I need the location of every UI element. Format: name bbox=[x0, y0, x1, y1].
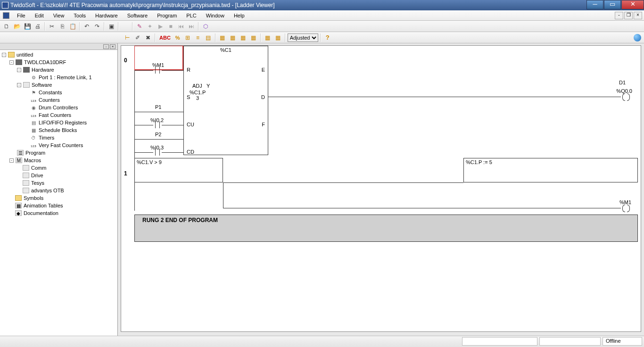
menu-software[interactable]: Software bbox=[123, 12, 152, 19]
macros-icon: M bbox=[16, 157, 22, 163]
tb-e-button[interactable]: ▦ bbox=[263, 33, 272, 42]
toggle-anim-button[interactable]: ✦ bbox=[145, 22, 155, 31]
mdi-minimize-button[interactable]: - bbox=[615, 12, 623, 19]
minimize-button[interactable]: ─ bbox=[586, 0, 603, 9]
assign-expr: %C1.P := 5 bbox=[466, 159, 492, 165]
menu-edit[interactable]: Edit bbox=[30, 12, 49, 19]
expand-icon[interactable]: - bbox=[17, 68, 21, 72]
print-button[interactable]: 🖨 bbox=[33, 22, 42, 31]
port-icon: ⚙ bbox=[30, 74, 37, 80]
tree-anim[interactable]: Animation Tables bbox=[24, 203, 63, 208]
tb-a-button[interactable]: ▦ bbox=[218, 33, 227, 42]
tb-f-button[interactable]: ▦ bbox=[273, 33, 283, 42]
save-button[interactable]: 💾 bbox=[23, 22, 32, 31]
edit-rung-button[interactable]: ✐ bbox=[133, 33, 142, 42]
counter-block[interactable]: %C1 R E ADJ Y %C1.P S 3 D CU F CD bbox=[183, 46, 268, 155]
analyze-button[interactable]: ✎ bbox=[135, 22, 144, 31]
tree-timers[interactable]: Timers bbox=[39, 135, 54, 140]
tree-software[interactable]: Software bbox=[32, 82, 52, 88]
transfer-button[interactable]: ⬡ bbox=[201, 22, 210, 31]
tb-c-button[interactable]: ▦ bbox=[239, 33, 248, 42]
undo-button[interactable]: ↶ bbox=[82, 22, 91, 31]
step-fwd-button[interactable]: ⏭ bbox=[187, 22, 196, 31]
toggle-tree-button[interactable]: ▣ bbox=[107, 22, 116, 31]
copy-button[interactable]: ⎘ bbox=[58, 22, 67, 31]
ladder-canvas[interactable]: 0 %C1 R E ADJ Y %C1.P S 3 D CU F CD %M1 bbox=[121, 45, 641, 332]
stop-button[interactable]: ■ bbox=[166, 22, 175, 31]
wire bbox=[223, 182, 223, 208]
menu-program[interactable]: Program bbox=[152, 12, 182, 19]
coil-m1[interactable] bbox=[621, 205, 631, 211]
address-toggle[interactable]: % bbox=[173, 35, 182, 41]
tree-device[interactable]: TWDLCDA10DRF bbox=[24, 59, 66, 65]
menu-plc[interactable]: PLC bbox=[182, 12, 201, 19]
tree-root[interactable]: untitled bbox=[17, 52, 33, 58]
globe-icon[interactable] bbox=[634, 34, 641, 41]
close-button[interactable]: ✕ bbox=[621, 0, 644, 9]
help-icon[interactable]: ? bbox=[323, 34, 332, 41]
compare-expr: %C1.V > 9 bbox=[137, 159, 162, 165]
open-button[interactable]: 📂 bbox=[12, 22, 22, 31]
counter-cd: CD bbox=[187, 149, 194, 155]
tree-hardware[interactable]: Hardware bbox=[32, 67, 54, 73]
delete-rung-button[interactable]: ✖ bbox=[143, 33, 153, 42]
wire bbox=[134, 139, 183, 140]
maximize-button[interactable]: ▭ bbox=[604, 0, 621, 9]
tree-symbols[interactable]: Symbols bbox=[24, 195, 43, 201]
contact-i02[interactable] bbox=[153, 122, 162, 128]
zoom-select[interactable]: Adjusted bbox=[288, 33, 318, 42]
contact-m1[interactable] bbox=[153, 67, 162, 74]
cut-button[interactable]: ✂ bbox=[47, 22, 57, 31]
menu-view[interactable]: View bbox=[49, 12, 69, 19]
expand-icon[interactable]: - bbox=[9, 60, 14, 65]
paste-button[interactable]: 📋 bbox=[68, 22, 77, 31]
tree-counters[interactable]: Counters bbox=[39, 97, 60, 103]
tree-advantys[interactable]: advantys OTB bbox=[31, 188, 64, 193]
expand-icon[interactable]: - bbox=[17, 83, 21, 87]
navigator-pin-button[interactable]: - bbox=[103, 44, 109, 49]
menu-help[interactable]: Help bbox=[229, 12, 249, 19]
tree-lifo[interactable]: LIFO/FIFO Registers bbox=[39, 120, 87, 125]
tree-constants[interactable]: Constants bbox=[39, 90, 62, 95]
new-button[interactable]: 🗋 bbox=[2, 22, 11, 31]
menu-window[interactable]: Window bbox=[201, 12, 229, 19]
assign-block[interactable]: %C1.P := 5 bbox=[463, 158, 638, 182]
rung-number-1: 1 bbox=[124, 170, 127, 177]
step-back-button[interactable]: ⏮ bbox=[176, 22, 186, 31]
tree-comm[interactable]: Comm bbox=[31, 165, 46, 171]
comment-button[interactable]: ≡ bbox=[193, 33, 203, 42]
project-tree[interactable]: -untitled -TWDLCDA10DRF -Hardware ⚙Port … bbox=[0, 50, 117, 336]
tree-tesys[interactable]: Tesys bbox=[31, 180, 44, 186]
run-button[interactable]: ▶ bbox=[156, 22, 165, 31]
drive-icon bbox=[23, 173, 29, 178]
expand-icon[interactable]: - bbox=[9, 158, 14, 163]
compare-block[interactable]: %C1.V > 9 bbox=[134, 158, 223, 182]
mdi-close-button[interactable]: × bbox=[634, 12, 642, 19]
redo-button[interactable]: ↷ bbox=[92, 22, 102, 31]
tb-d-button[interactable]: ▦ bbox=[249, 33, 258, 42]
grid-button[interactable]: ⊞ bbox=[183, 33, 192, 42]
window-buttons: ─ ▭ ✕ bbox=[586, 0, 644, 10]
header-button[interactable]: ▤ bbox=[204, 33, 213, 42]
menu-tools[interactable]: Tools bbox=[69, 12, 91, 19]
tree-fastc[interactable]: Fast Counters bbox=[39, 112, 71, 118]
contact-i03[interactable] bbox=[153, 149, 162, 156]
tree-drum[interactable]: Drum Controllers bbox=[39, 105, 78, 110]
menu-file[interactable]: File bbox=[12, 12, 30, 19]
tree-drive[interactable]: Drive bbox=[31, 173, 43, 178]
tree-vfast[interactable]: Very Fast Counters bbox=[39, 142, 83, 148]
tree-macros[interactable]: Macros bbox=[24, 157, 41, 163]
tree-sched[interactable]: Schedule Blocks bbox=[39, 127, 77, 133]
coil-q00[interactable] bbox=[621, 93, 631, 100]
menu-hardware[interactable]: Hardware bbox=[91, 12, 123, 19]
expand-icon[interactable]: - bbox=[2, 53, 6, 57]
tree-program[interactable]: Program bbox=[25, 150, 45, 156]
rung-end[interactable]: RUNG 2 END OF PROGRAM bbox=[134, 215, 638, 242]
symbols-toggle[interactable]: ABC bbox=[157, 35, 173, 41]
tb-b-button[interactable]: ▦ bbox=[228, 33, 238, 42]
tree-port1[interactable]: Port 1 : Remote Link, 1 bbox=[39, 74, 92, 80]
insert-rung-button[interactable]: ⊢ bbox=[123, 33, 132, 42]
navigator-close-button[interactable]: × bbox=[110, 44, 116, 49]
mdi-restore-button[interactable]: ❐ bbox=[624, 12, 633, 19]
tree-doc[interactable]: Documentation bbox=[24, 210, 58, 216]
